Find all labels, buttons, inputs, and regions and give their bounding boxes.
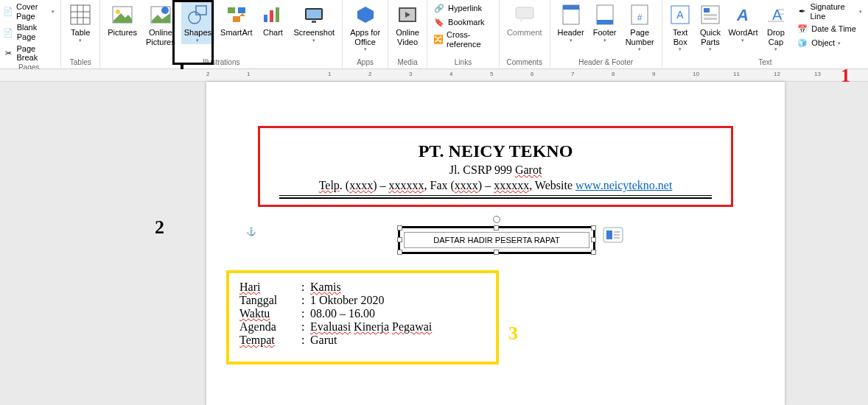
- online-video-button[interactable]: Online Video: [393, 1, 422, 48]
- bookmark-label: Bookmark: [448, 18, 485, 27]
- object-label: Object: [811, 38, 835, 48]
- title-textbox-text: DAFTAR HADIR PESERTA RAPAT: [404, 232, 589, 248]
- svg-text:A: A: [737, 6, 749, 24]
- bookmark-icon: 🔖: [433, 16, 445, 28]
- title-textbox[interactable]: DAFTAR HADIR PESERTA RAPAT: [398, 226, 595, 254]
- cross-ref-label: Cross-reference: [447, 30, 493, 49]
- resize-handle[interactable]: [397, 225, 402, 230]
- group-media-label: Media: [393, 58, 422, 68]
- table-button[interactable]: Table▾: [66, 1, 95, 44]
- cover-page-button[interactable]: 📄Cover Page▾: [1, 1, 56, 21]
- resize-handle[interactable]: [494, 250, 499, 255]
- table-icon: [69, 3, 92, 27]
- text-box-button[interactable]: AText Box▾: [667, 1, 694, 53]
- online-pictures-label: Online Pictures: [146, 28, 175, 46]
- svg-rect-11: [228, 7, 235, 13]
- blank-page-label: Blank Page: [17, 23, 55, 41]
- signature-line-button[interactable]: ✒Signature Line▾: [795, 1, 864, 21]
- svg-point-10: [189, 12, 200, 24]
- chart-button[interactable]: Chart: [258, 1, 287, 39]
- svg-rect-9: [196, 6, 206, 15]
- page-number-button[interactable]: #Page Number▾: [623, 1, 657, 53]
- resize-handle[interactable]: [397, 237, 402, 242]
- comment-button[interactable]: Comment: [504, 1, 545, 39]
- resize-handle[interactable]: [591, 250, 596, 255]
- date-time-icon: 📅: [797, 23, 808, 35]
- object-button[interactable]: 🧊Object▾: [795, 36, 864, 49]
- svg-marker-25: [520, 18, 525, 23]
- group-media: Online Video Media: [388, 0, 427, 68]
- object-icon: 🧊: [797, 37, 808, 49]
- shapes-label: Shapes: [184, 28, 211, 38]
- hyperlink-label: Hyperlink: [448, 4, 482, 13]
- group-comments: Comment Comments: [500, 0, 550, 68]
- quick-parts-button[interactable]: Quick Parts▾: [697, 1, 724, 53]
- svg-rect-0: [71, 5, 90, 24]
- svg-rect-18: [307, 10, 321, 18]
- wordart-button[interactable]: AWordArt▾: [727, 1, 759, 44]
- footer-button[interactable]: Footer▾: [590, 1, 620, 44]
- svg-text:A: A: [677, 9, 685, 21]
- video-icon: [396, 3, 419, 27]
- online-pictures-button[interactable]: Online Pictures: [143, 1, 178, 48]
- group-apps: Apps for Office▾ Apps: [343, 0, 388, 68]
- resize-handle[interactable]: [591, 225, 596, 230]
- svg-rect-36: [704, 14, 717, 16]
- svg-point-6: [116, 10, 120, 14]
- svg-point-8: [161, 7, 169, 14]
- resize-handle[interactable]: [494, 225, 499, 230]
- pictures-button[interactable]: Pictures: [105, 1, 140, 39]
- header-button[interactable]: Header▾: [555, 1, 587, 44]
- hyperlink-button[interactable]: 🔗Hyperlink: [432, 1, 494, 15]
- page-number-label: Page Number: [626, 28, 654, 46]
- footer-label: Footer: [593, 28, 617, 38]
- group-header-footer: Header▾ Footer▾ #Page Number▾ Header & F…: [550, 0, 662, 68]
- smartart-icon: [225, 3, 248, 27]
- layout-options-icon[interactable]: [603, 227, 623, 244]
- apps-for-office-button[interactable]: Apps for Office▾: [347, 1, 383, 53]
- screenshot-label: Screenshot: [293, 28, 335, 38]
- screenshot-button[interactable]: Screenshot▾: [290, 1, 337, 44]
- group-illustrations-label: Illustrations: [105, 58, 337, 68]
- callout-3: 3: [508, 323, 518, 345]
- website-link[interactable]: www.neicytekno.net: [575, 179, 672, 191]
- company-name: PT. NEICY TEKNO: [279, 141, 712, 161]
- screenshot-icon: [302, 3, 326, 27]
- hyperlink-icon: 🔗: [433, 2, 445, 14]
- signature-icon: ✒: [797, 6, 807, 18]
- drop-cap-button[interactable]: ADrop Cap▾: [763, 1, 790, 53]
- callout-1: 1: [841, 65, 850, 87]
- shapes-icon: [186, 3, 209, 27]
- date-time-label: Date & Time: [811, 24, 856, 34]
- svg-marker-20: [357, 7, 374, 23]
- blank-page-icon: 📄: [3, 27, 14, 38]
- rotate-handle[interactable]: [493, 216, 500, 223]
- resize-handle[interactable]: [591, 237, 596, 242]
- chart-icon: [261, 3, 284, 27]
- group-apps-label: Apps: [347, 58, 383, 68]
- comment-label: Comment: [507, 28, 542, 38]
- blank-page-button[interactable]: 📄Blank Page: [1, 22, 56, 42]
- svg-rect-15: [270, 10, 273, 22]
- cross-reference-button[interactable]: 🔀Cross-reference: [432, 29, 494, 49]
- date-time-button[interactable]: 📅Date & Time: [795, 22, 864, 35]
- page-number-icon: #: [628, 3, 651, 27]
- smartart-button[interactable]: SmartArt: [217, 1, 255, 39]
- page-break-button[interactable]: ✂Page Break: [1, 43, 56, 63]
- group-tables-label: Tables: [66, 58, 95, 68]
- comment-icon: [513, 3, 536, 27]
- horizontal-ruler[interactable]: 2112345678910111213: [0, 69, 868, 82]
- svg-rect-35: [704, 8, 710, 13]
- ribbon: 📄Cover Page▾ 📄Blank Page ✂Page Break Pag…: [0, 0, 868, 69]
- quick-parts-icon: [699, 3, 722, 27]
- bookmark-button[interactable]: 🔖Bookmark: [432, 15, 494, 29]
- svg-rect-24: [516, 7, 533, 18]
- svg-rect-14: [264, 15, 267, 22]
- callout-2: 2: [155, 216, 164, 239]
- shapes-button[interactable]: Shapes▾: [181, 1, 214, 44]
- text-box-icon: A: [668, 3, 692, 27]
- svg-rect-13: [233, 16, 240, 22]
- apps-icon: [354, 3, 377, 27]
- resize-handle[interactable]: [397, 250, 402, 255]
- company-contact: Telp. (xxxx) – xxxxxx, Fax (xxxx) – xxxx…: [279, 179, 712, 192]
